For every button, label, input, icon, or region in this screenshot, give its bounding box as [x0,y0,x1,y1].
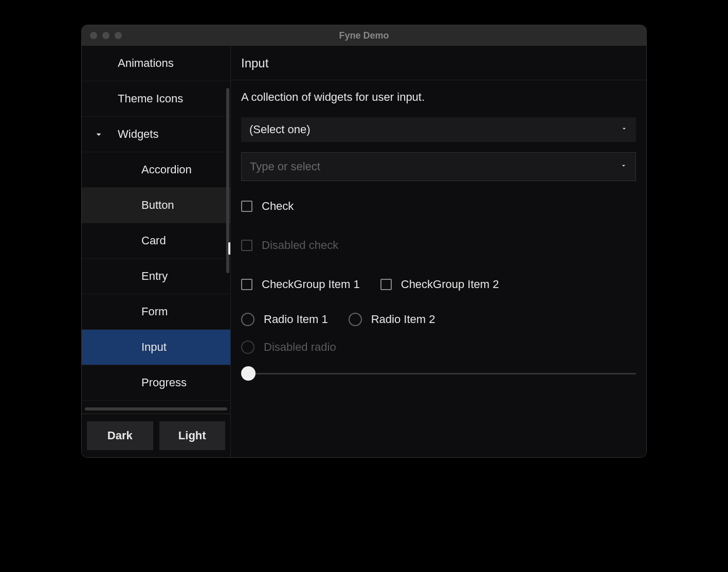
theme-buttons: Dark Light [82,414,230,457]
slider-track[interactable] [254,373,636,374]
sidebar-scroll-thumb[interactable] [228,242,230,255]
sidebar-item-accordion[interactable]: Accordion [82,152,230,188]
slider-thumb[interactable] [241,366,256,381]
sidebar-item-label: Button [141,199,174,212]
sidebar-item-label: Widgets [118,128,158,141]
light-theme-button[interactable]: Light [159,421,226,450]
main-header: Input [231,46,646,80]
arrow-down-icon [93,129,104,140]
checkgroup-item-2[interactable]: CheckGroup Item 2 [380,278,499,291]
sidebar-item-button[interactable]: Button [82,188,230,223]
radio-item-1[interactable]: Radio Item 1 [241,313,328,326]
checkbox[interactable] [380,279,392,290]
checkbox-disabled [241,240,252,251]
minimize-window-button[interactable] [102,32,110,39]
radiogroup-row: Radio Item 1 Radio Item 2 [241,313,636,326]
sidebar-item-label: Card [141,234,166,247]
sidebar-item-label: Theme Icons [118,92,183,105]
check-row[interactable]: Check [241,200,636,213]
select-entry-input[interactable] [250,160,620,173]
checkbox[interactable] [241,279,252,290]
disabled-radio-row: Disabled radio [241,341,636,354]
traffic-lights [90,32,122,39]
radio[interactable] [349,313,362,326]
checkbox-label: Disabled check [262,239,338,252]
slider[interactable] [241,366,636,381]
titlebar: Fyne Demo [82,25,646,46]
checkbox[interactable] [241,201,252,212]
radio-disabled [241,341,254,354]
sidebar-item-form[interactable]: Form [82,294,230,330]
sidebar-horizontal-scrollbar[interactable] [85,407,227,410]
sidebar-item-theme-icons[interactable]: Theme Icons [82,81,230,117]
close-window-button[interactable] [90,32,97,39]
sidebar-item-animations[interactable]: Animations [82,46,230,81]
checkgroup-row: CheckGroup Item 1 CheckGroup Item 2 [241,278,636,291]
sidebar-item-label: Animations [118,57,174,70]
sidebar-item-input[interactable]: Input [82,330,230,365]
page-title: Input [241,56,636,70]
sidebar-item-card[interactable]: Card [82,223,230,259]
main-panel: Input A collection of widgets for user i… [231,46,646,457]
checkbox-label: CheckGroup Item 1 [262,278,360,291]
select-dropdown[interactable]: (Select one) [241,117,636,142]
sidebar-item-label: Accordion [141,163,192,176]
app-window: Fyne Demo Animations Theme Icons Widgets… [81,25,647,458]
sidebar-item-label: Entry [141,270,168,283]
disabled-radio-item: Disabled radio [241,341,336,354]
radio-label: Radio Item 2 [371,313,435,326]
dark-theme-button[interactable]: Dark [87,421,153,450]
radio-item-2[interactable]: Radio Item 2 [349,313,435,326]
radio-label: Radio Item 1 [264,313,328,326]
sidebar-item-label: Input [141,341,167,354]
content-area: Animations Theme Icons Widgets Accordion… [82,46,646,457]
select-entry[interactable] [241,152,636,181]
nav-list[interactable]: Animations Theme Icons Widgets Accordion… [82,46,230,407]
chevron-down-icon [621,125,628,134]
page-description: A collection of widgets for user input. [241,91,636,104]
sidebar-item-label: Form [141,305,168,318]
main-body: A collection of widgets for user input. … [231,80,646,457]
chevron-down-icon[interactable] [620,162,627,171]
sidebar-item-entry[interactable]: Entry [82,259,230,294]
sidebar-item-progress[interactable]: Progress [82,365,230,401]
checkgroup-item-1[interactable]: CheckGroup Item 1 [241,278,360,291]
disabled-check-row: Disabled check [241,239,636,252]
radio-label: Disabled radio [264,341,336,354]
sidebar: Animations Theme Icons Widgets Accordion… [82,46,231,457]
checkbox-label: CheckGroup Item 2 [401,278,499,291]
maximize-window-button[interactable] [115,32,122,39]
sidebar-item-widgets[interactable]: Widgets [82,117,230,152]
checkbox-label: Check [262,200,294,213]
radio[interactable] [241,313,254,326]
window-title: Fyne Demo [339,30,389,41]
sidebar-item-label: Progress [141,376,187,389]
select-placeholder: (Select one) [249,123,311,136]
